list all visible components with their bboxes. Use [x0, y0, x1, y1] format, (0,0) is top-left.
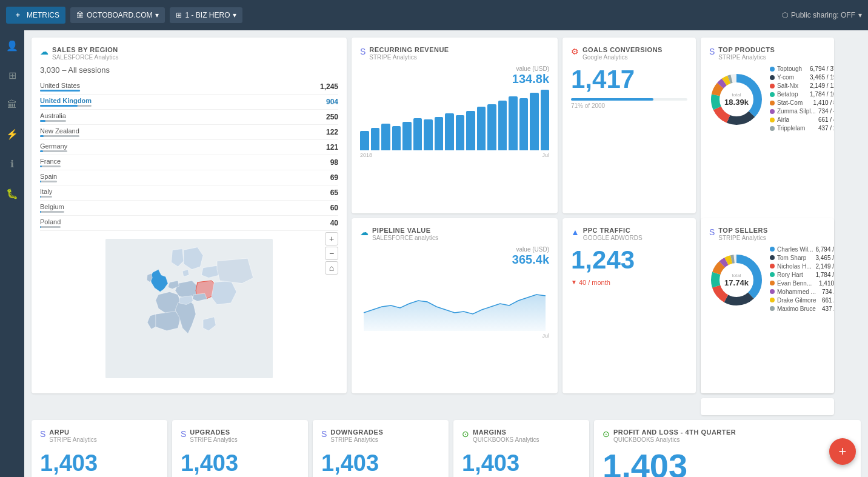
- region-row-de: Germany 121: [40, 140, 338, 155]
- map-zoom-in[interactable]: +: [325, 232, 338, 245]
- sharing-label: Public sharing: OFF: [791, 11, 855, 19]
- goals-subtitle: Google Analytics: [583, 54, 663, 61]
- recurring-value-label: value (USD): [360, 65, 549, 72]
- bar-item: [519, 98, 529, 150]
- legend-item: Tom Sharp 3,465 / 20%: [770, 255, 834, 261]
- dashboard-selector[interactable]: ⊞ 1 - BIZ HERO ▾: [170, 7, 242, 23]
- arpu-card: S ARPU STRIPE Analytics 1,403 ▲ 0 / day: [32, 420, 167, 477]
- ppc-subtitle: GOOGLE ADWORDS: [583, 235, 643, 241]
- sidebar-item-user[interactable]: 👤: [2, 36, 22, 55]
- chevron-down-icon: ▾: [858, 11, 862, 19]
- bar-item: [392, 126, 401, 150]
- pipeline-title: PIPELINE VALUE: [372, 227, 438, 234]
- legend-item: Zumma Silpl... 734 / 4%: [770, 108, 834, 115]
- map-controls: + − ⌂: [325, 232, 338, 275]
- map-reset[interactable]: ⌂: [325, 261, 338, 275]
- bar-item: [360, 131, 369, 150]
- dashboard-grid: ☁ SALES BY REGION SALESFORCE Analytics 3…: [32, 38, 861, 398]
- margins-title: MARGINS: [473, 429, 539, 436]
- bar-item: [509, 96, 518, 150]
- downgrades-title: DOWNGRADES: [330, 429, 383, 436]
- sidebar-item-lightning[interactable]: ⚡: [2, 125, 22, 144]
- top-products-donut-row: total 18.39k Toptough 6,794 / 37% Y-com …: [709, 65, 826, 133]
- legend-item: Charles Wil... 6,794 / 38%: [770, 246, 834, 253]
- arpu-title: ARPU: [49, 429, 96, 436]
- goals-progress-bar: [571, 98, 687, 101]
- region-row-nz: New Zealand 122: [40, 125, 338, 140]
- upgrades-title: UPGRADES: [190, 429, 237, 436]
- downgrades-card: S DOWNGRADES STRIPE Analytics 1,403 ▲ 0 …: [313, 420, 449, 477]
- stripe-icon-upgrades: S: [181, 429, 186, 439]
- sidebar: 👤 ⊞ 🏛 ⚡ ℹ 🐛: [0, 30, 24, 477]
- ppc-value: 1,243: [571, 247, 687, 273]
- sidebar-item-dashboard[interactable]: ⊞: [5, 66, 20, 85]
- sidebar-item-building[interactable]: 🏛: [4, 96, 21, 114]
- recurring-title: RECURRING REVENUE: [369, 46, 449, 53]
- goals-progress-label: 71% of 2000: [571, 102, 687, 109]
- stripe-icon-products: S: [709, 47, 715, 56]
- top-products-title: TOP PRODUCTS: [718, 46, 775, 53]
- bar-item: [381, 124, 390, 150]
- legend-item: Salt-Nix 2,149 / 12%: [770, 82, 834, 89]
- top-sellers-legend: Charles Wil... 6,794 / 38% Tom Sharp 3,4…: [770, 246, 834, 314]
- salesforce-icon-pipeline: ☁: [360, 227, 369, 237]
- pipeline-line-chart: [360, 270, 549, 331]
- top-sellers-subtitle: STRIPE Analytics: [718, 235, 768, 241]
- recurring-subtitle: STRIPE Analytics: [369, 54, 449, 61]
- bar-item: [435, 117, 444, 150]
- map-zoom-out[interactable]: −: [325, 247, 338, 260]
- stripe-icon-arpu: S: [40, 429, 45, 439]
- bar-item: [498, 101, 507, 150]
- legend-item: Tripplelam 437 / 2%: [770, 125, 834, 132]
- top-sellers-card: [701, 398, 834, 415]
- sidebar-item-bug[interactable]: 🐛: [2, 184, 22, 203]
- stripe-icon-sellers: S: [709, 227, 715, 237]
- org-icon: 🏛: [76, 11, 84, 19]
- bar-item: [541, 90, 550, 150]
- europe-map-svg: [101, 239, 277, 378]
- bar-item: [402, 122, 412, 150]
- dashboard-name: 1 - BIZ HERO: [185, 11, 230, 19]
- margins-value: 1,403: [462, 452, 581, 475]
- legend-item: Nicholas H... 2,149 / 12%: [770, 263, 834, 270]
- legend-item: Maximo Bruce 437 / 2%: [770, 305, 834, 312]
- legend-item: Drake Gilmore 661 / 4%: [770, 297, 834, 304]
- legend-item: Evan Benn... 1,410 / 8%: [770, 280, 834, 287]
- pipeline-value-card: ☁ PIPELINE VALUE SALESFORCE analytics va…: [352, 218, 558, 394]
- region-table: United States 1,245 United Kingdom 904 A…: [40, 79, 338, 232]
- metrics-label: METRICS: [27, 11, 59, 19]
- upgrades-card: S UPGRADES STRIPE Analytics 1,403 ▲ 0 / …: [172, 420, 308, 477]
- ppc-change: ▼ 40 / month: [571, 279, 687, 286]
- arpu-value: 1,403: [40, 452, 159, 475]
- upgrades-value: 1,403: [181, 452, 299, 475]
- pipeline-value: 365.4k: [360, 253, 549, 267]
- bottom-row: S ARPU STRIPE Analytics 1,403 ▲ 0 / day …: [32, 420, 861, 477]
- region-row-pl: Poland 40: [40, 216, 338, 231]
- sales-by-region-card: ☁ SALES BY REGION SALESFORCE Analytics 3…: [32, 38, 347, 393]
- plus-metrics-button[interactable]: + METRICS: [6, 7, 65, 24]
- sidebar-item-info[interactable]: ℹ: [7, 155, 18, 173]
- chevron-down-icon: ▾: [233, 11, 236, 19]
- region-map: + − ⌂: [40, 232, 338, 385]
- region-row-es: Spain 69: [40, 170, 338, 185]
- profit-title: PROFIT AND LOSS - 4th QUARTER: [613, 429, 736, 436]
- region-row-us: United States 1,245: [40, 79, 338, 95]
- region-row-au: Australia 250: [40, 110, 338, 125]
- sharing-toggle[interactable]: ⬡ Public sharing: OFF ▾: [782, 11, 862, 19]
- bar-item: [371, 128, 380, 150]
- region-row-be: Belgium 60: [40, 201, 338, 216]
- legend-item: Toptough 6,794 / 37%: [770, 65, 834, 72]
- profit-value: 1,403: [603, 449, 852, 477]
- org-selector[interactable]: 🏛 OCTOBOARD.COM ▾: [70, 7, 165, 23]
- sales-region-title: SALES BY REGION: [52, 46, 118, 53]
- legend-item: Mohammed ... 734 / 4%: [770, 289, 834, 295]
- fab-add-button[interactable]: +: [829, 438, 856, 465]
- pipeline-subtitle: SALESFORCE analytics: [372, 235, 438, 241]
- top-navigation: + METRICS 🏛 OCTOBOARD.COM ▾ ⊞ 1 - BIZ HE…: [0, 0, 868, 30]
- google-icon: ⚙: [571, 47, 579, 56]
- legend-item: Stat-Com 1,410 / 8%: [770, 99, 834, 106]
- margins-card: ⊙ MARGINS QUICKBOOKS Analytics 1,403 ▲ 0…: [453, 420, 589, 477]
- region-row-uk: United Kingdom 904: [40, 95, 338, 110]
- top-sellers-card: S TOP SELLERS STRIPE Analytics: [701, 218, 834, 394]
- stripe-icon: S: [360, 47, 366, 56]
